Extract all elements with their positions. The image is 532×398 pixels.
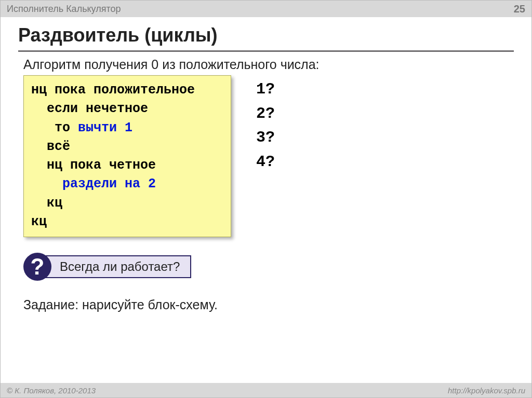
title-underline: [18, 50, 514, 52]
callout-text: Всегда ли работает?: [40, 255, 191, 278]
footer-url: http://kpolyakov.spb.ru: [448, 386, 525, 395]
header-left: Исполнитель Калькулятор: [7, 4, 121, 15]
slide-title: Раздвоитель (циклы): [1, 17, 531, 50]
code-line-2: если нечетное: [31, 101, 148, 116]
question-mark-icon: ?: [23, 253, 51, 281]
page-number: 25: [514, 3, 525, 15]
footer-copyright: © К. Поляков, 2010-2013: [7, 386, 96, 395]
code-line-6: раздели на 2: [31, 176, 156, 191]
question-4: 4?: [256, 150, 275, 174]
question-3: 3?: [256, 126, 275, 150]
question-list: 1? 2? 3? 4?: [256, 77, 275, 174]
code-line-7: кц: [31, 196, 62, 211]
code-line-4: всё: [31, 139, 70, 154]
code-line-3b: вычти 1: [78, 120, 132, 135]
code-line-3a: то: [31, 120, 78, 135]
code-line-5: нц пока четное: [31, 158, 156, 173]
description-text: Алгоритм получения 0 из положительного ч…: [23, 57, 509, 72]
question-2: 2?: [256, 102, 275, 126]
question-1: 1?: [256, 77, 275, 102]
code-line-1: нц пока положительное: [31, 83, 195, 98]
code-line-8: кц: [31, 214, 47, 229]
task-text: Задание: нарисуйте блок-схему.: [23, 297, 509, 312]
main-row: нц пока положительное если нечетное то в…: [23, 75, 509, 237]
slide-header: Исполнитель Калькулятор 25: [1, 1, 531, 17]
slide-footer: © К. Поляков, 2010-2013 http://kpolyakov…: [1, 383, 531, 397]
callout: ? Всегда ли работает?: [23, 253, 509, 281]
slide-content: Алгоритм получения 0 из положительного ч…: [1, 57, 531, 312]
code-box: нц пока положительное если нечетное то в…: [23, 75, 231, 237]
